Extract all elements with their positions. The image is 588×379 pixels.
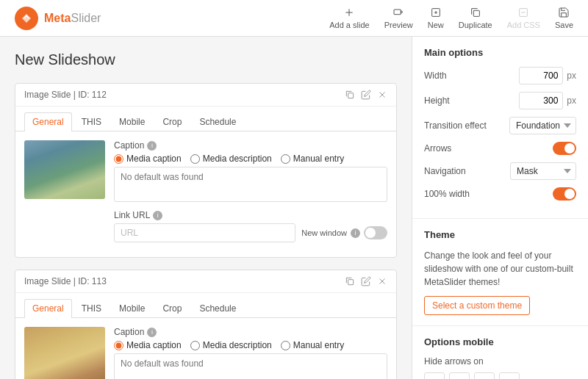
add-slide-icon (343, 7, 355, 18)
radio-media-caption-1[interactable]: Media caption (114, 154, 182, 164)
main-options-title: Main options (424, 47, 576, 58)
close-icon-1[interactable] (377, 90, 387, 100)
logo-text: MetaSlider (44, 12, 101, 25)
arrows-control (553, 142, 576, 155)
save-button[interactable]: Save (555, 7, 573, 29)
add-css-icon (517, 7, 529, 18)
logo-icon (15, 7, 38, 30)
radio-media-caption-2[interactable]: Media caption (114, 340, 182, 350)
new-window-1: New window i (301, 226, 387, 239)
icon-opt-1[interactable]: ▣ (424, 372, 445, 379)
tab-mobile-1[interactable]: Mobile (111, 112, 153, 131)
new-label: New (428, 21, 444, 29)
logo-meta: Meta (44, 12, 71, 24)
transition-option: Transition effect Foundation Fade Slide (424, 117, 576, 134)
duplicate-button[interactable]: Duplicate (459, 7, 492, 29)
slide-card-title-2: Image Slide | ID: 113 (24, 276, 345, 286)
radio-media-desc-2[interactable]: Media description (190, 340, 272, 350)
caption-label-1: Caption i (114, 140, 387, 151)
width-unit: px (567, 71, 576, 81)
radio-group-1: Media caption Media description Manual e… (114, 154, 387, 164)
caption-textarea-2[interactable] (114, 353, 387, 379)
caption-info-icon-1: i (147, 141, 157, 151)
tab-schedule-1[interactable]: Schedule (191, 112, 244, 131)
radio-group-2: Media caption Media description Manual e… (114, 340, 387, 350)
caption-field-2: Caption i Media caption Media descriptio… (114, 327, 387, 379)
theme-section: Theme Change the look and feel of your s… (412, 219, 588, 326)
tab-this-1[interactable]: THIS (74, 112, 110, 131)
transition-select[interactable]: Foundation Fade Slide (509, 117, 576, 134)
slide-card-1: Image Slide | ID: 112 General THIS Mobil… (15, 83, 397, 258)
tabs-1: General THIS Mobile Crop Schedule (15, 107, 396, 131)
link-url-label-1: Link URL i (114, 210, 387, 220)
copy-icon-2[interactable] (345, 276, 355, 286)
tab-this-2[interactable]: THIS (74, 299, 110, 317)
height-input[interactable] (519, 92, 563, 109)
width-control: px (519, 67, 576, 84)
slide-card-header-1: Image Slide | ID: 112 (15, 84, 396, 107)
navigation-control: Mask Dots None (510, 162, 576, 180)
edit-icon-1[interactable] (361, 90, 371, 100)
hide-arrows-label: Hide arrows on (424, 356, 576, 367)
icon-opt-3[interactable]: ◨ (474, 372, 495, 379)
width-label: Width (424, 71, 519, 81)
height-control: px (519, 92, 576, 109)
preview-button[interactable]: Preview (384, 7, 413, 29)
slide-body-1: Caption i Media caption Media descriptio… (15, 131, 396, 257)
icon-options: ▣ ◧ ◨ □ (424, 372, 576, 379)
svg-marker-3 (401, 10, 404, 13)
tab-schedule-2[interactable]: Schedule (191, 299, 244, 317)
tab-mobile-2[interactable]: Mobile (111, 299, 153, 317)
close-icon-2[interactable] (377, 276, 387, 286)
svg-rect-2 (394, 10, 401, 15)
theme-description: Change the look and feel of your slidesh… (424, 249, 576, 289)
new-button[interactable]: New (428, 7, 444, 29)
header: MetaSlider Add a slide Preview New Dupli… (0, 0, 588, 37)
svg-rect-13 (348, 280, 354, 285)
copy-icon-1[interactable] (345, 90, 355, 100)
icon-opt-2[interactable]: ◧ (449, 372, 470, 379)
radio-manual-1[interactable]: Manual entry (281, 154, 344, 164)
tab-crop-1[interactable]: Crop (154, 112, 190, 131)
slide-thumbnail-1 (24, 140, 105, 199)
tab-general-2[interactable]: General (24, 299, 72, 318)
duplicate-icon (470, 7, 481, 18)
tab-crop-2[interactable]: Crop (154, 299, 190, 317)
slide-body-2: Caption i Media caption Media descriptio… (15, 318, 396, 379)
tab-general-1[interactable]: General (24, 112, 72, 131)
page-title: New Slideshow (15, 51, 397, 68)
width-input[interactable] (519, 67, 563, 84)
add-slide-button[interactable]: Add a slide (329, 7, 369, 29)
add-css-label: Add CSS (507, 21, 540, 29)
main-layout: New Slideshow Image Slide | ID: 112 Gene… (0, 37, 588, 379)
caption-textarea-1[interactable] (114, 167, 387, 202)
width-option: Width px (424, 67, 576, 84)
select-theme-button[interactable]: Select a custom theme (424, 296, 530, 315)
radio-manual-2[interactable]: Manual entry (281, 340, 344, 350)
link-info-icon-1: i (153, 211, 162, 220)
full-width-toggle[interactable] (553, 187, 576, 201)
navigation-option: Navigation Mask Dots None (424, 162, 576, 180)
tabs-2: General THIS Mobile Crop Schedule (15, 293, 396, 318)
caption-label-2: Caption i (114, 327, 387, 337)
sidebar: Main options Width px Height px Transiti… (412, 37, 588, 379)
navigation-select[interactable]: Mask Dots None (510, 162, 576, 180)
add-css-button[interactable]: Add CSS (507, 7, 540, 29)
theme-title: Theme (424, 229, 576, 240)
link-url-field-1: Link URL i New window i (114, 210, 387, 242)
navigation-label: Navigation (424, 166, 510, 176)
icon-opt-4[interactable]: □ (499, 372, 520, 379)
preview-icon (392, 7, 404, 18)
new-icon (430, 7, 442, 18)
caption-info-icon-2: i (147, 328, 157, 337)
new-window-toggle-1[interactable] (364, 226, 387, 239)
slide-card-title-1: Image Slide | ID: 112 (24, 90, 345, 100)
edit-icon-2[interactable] (361, 276, 371, 286)
arrows-toggle[interactable] (553, 142, 576, 155)
slide-card-2: Image Slide | ID: 113 General THIS Mobil… (15, 270, 397, 379)
caption-field-1: Caption i Media caption Media descriptio… (114, 140, 387, 204)
url-input-1[interactable] (114, 223, 295, 242)
radio-media-desc-1[interactable]: Media description (190, 154, 272, 164)
slide-card-actions-2 (345, 276, 387, 286)
svg-rect-10 (348, 93, 354, 98)
